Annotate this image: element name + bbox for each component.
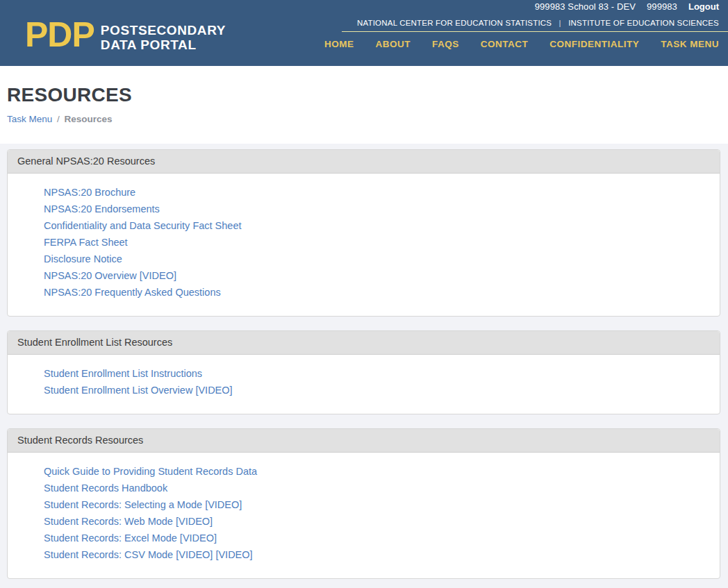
logo-line2: DATA PORTAL xyxy=(101,37,197,52)
panel-links: Student Enrollment List Instructions Stu… xyxy=(8,355,720,414)
resource-link[interactable]: Student Records Handbook xyxy=(44,480,710,496)
nav-faqs[interactable]: FAQS xyxy=(432,39,459,49)
resource-link[interactable]: NPSAS:20 Brochure xyxy=(44,184,710,201)
site-header: 999983 School 83 - DEV 999983 Logout PDP… xyxy=(0,0,728,66)
panel-title: General NPSAS:20 Resources xyxy=(8,150,720,174)
panel-enrollment-list: Student Enrollment List Resources Studen… xyxy=(7,330,720,414)
main-nav: HOME ABOUT FAQS CONTACT CONFIDENTIALITY … xyxy=(342,32,728,49)
panel-title: Student Records Resources xyxy=(8,429,720,453)
resources-section: General NPSAS:20 Resources NPSAS:20 Broc… xyxy=(0,144,728,588)
resource-link[interactable]: NPSAS:20 Frequently Asked Questions xyxy=(44,284,710,301)
org-nces: NATIONAL CENTER FOR EDUCATION STATISTICS xyxy=(357,19,552,27)
resource-link[interactable]: Student Enrollment List Overview [VIDEO] xyxy=(44,382,710,398)
panel-links: Quick Guide to Providing Student Records… xyxy=(8,453,720,578)
org-ies: INSTITUTE OF EDUCATION SCIENCES xyxy=(568,19,719,27)
nav-about[interactable]: ABOUT xyxy=(375,39,411,49)
pdp-logo[interactable]: PDP POSTSECONDARY DATA PORTAL xyxy=(25,20,226,52)
nav-confidentiality[interactable]: CONFIDENTIALITY xyxy=(549,39,639,49)
resource-link[interactable]: Quick Guide to Providing Student Records… xyxy=(44,463,710,480)
nav-home[interactable]: HOME xyxy=(324,39,354,49)
resource-link[interactable]: NPSAS:20 Overview [VIDEO] xyxy=(44,267,710,284)
page-title: RESOURCES xyxy=(7,84,728,106)
panel-title: Student Enrollment List Resources xyxy=(8,331,720,355)
breadcrumb-task-menu[interactable]: Task Menu xyxy=(7,114,52,124)
resource-link[interactable]: Disclosure Notice xyxy=(44,251,710,267)
panel-student-records: Student Records Resources Quick Guide to… xyxy=(7,428,720,579)
resource-link[interactable]: Student Enrollment List Instructions xyxy=(44,365,710,382)
resource-link[interactable]: Confidentiality and Data Security Fact S… xyxy=(44,217,710,234)
resource-link[interactable]: FERPA Fact Sheet xyxy=(44,234,710,251)
logo-wordmark: POSTSECONDARY DATA PORTAL xyxy=(101,20,226,52)
breadcrumb-separator: / xyxy=(57,114,60,124)
breadcrumb: Task Menu / Resources xyxy=(7,114,728,124)
account-bar: 999983 School 83 - DEV 999983 Logout xyxy=(535,1,719,12)
panel-links: NPSAS:20 Brochure NPSAS:20 Endorsements … xyxy=(8,174,720,316)
resource-link[interactable]: Student Records: Web Mode [VIDEO] xyxy=(44,513,710,530)
nav-task-menu[interactable]: TASK MENU xyxy=(661,39,719,49)
resource-link[interactable]: Student Records: Excel Mode [VIDEO] xyxy=(44,530,710,546)
header-nav-area: NATIONAL CENTER FOR EDUCATION STATISTICS… xyxy=(342,19,728,49)
main-content: RESOURCES Task Menu / Resources General … xyxy=(0,84,728,588)
logo-line1: POSTSECONDARY xyxy=(101,23,226,37)
panel-general-npsas: General NPSAS:20 Resources NPSAS:20 Broc… xyxy=(7,149,720,317)
logout-link[interactable]: Logout xyxy=(688,1,719,12)
resource-link[interactable]: Student Records: CSV Mode [VIDEO] [VIDEO… xyxy=(44,546,710,563)
breadcrumb-current: Resources xyxy=(65,114,113,124)
resource-link[interactable]: NPSAS:20 Endorsements xyxy=(44,201,710,217)
nav-contact[interactable]: CONTACT xyxy=(481,39,529,49)
school-id: 999983 xyxy=(647,1,677,12)
logo-acronym: PDP xyxy=(25,20,94,49)
org-line: NATIONAL CENTER FOR EDUCATION STATISTICS… xyxy=(342,19,728,32)
school-label: 999983 School 83 - DEV xyxy=(535,1,636,12)
resource-link[interactable]: Student Records: Selecting a Mode [VIDEO… xyxy=(44,496,710,513)
org-divider: | xyxy=(559,19,561,27)
